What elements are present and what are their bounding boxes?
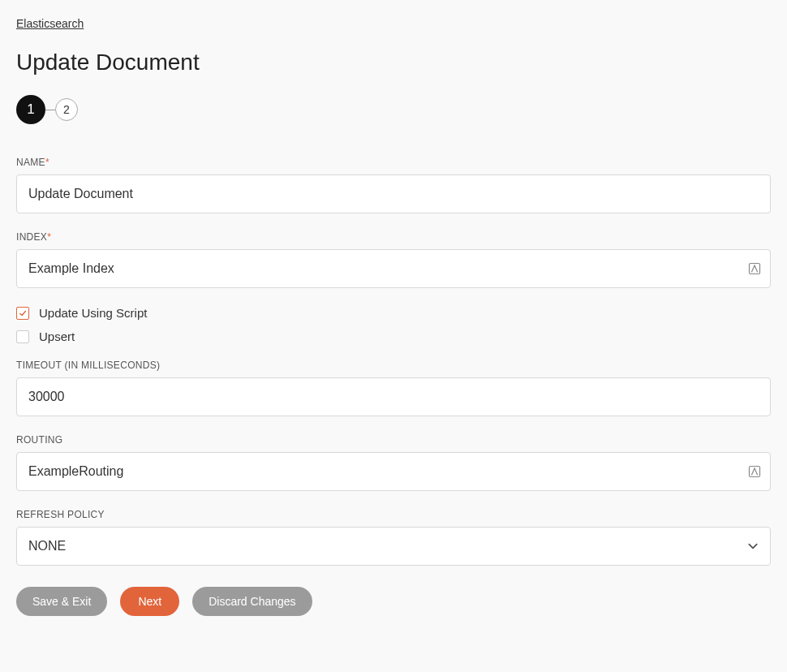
chevron-down-icon [747, 541, 759, 552]
step-1[interactable]: 1 [16, 95, 45, 124]
required-asterisk: * [47, 231, 51, 243]
routing-label: ROUTING [16, 434, 771, 446]
update-using-script-label: Update Using Script [39, 306, 147, 320]
required-asterisk: * [45, 157, 49, 168]
page-title: Update Document [16, 50, 771, 75]
update-using-script-checkbox[interactable]: Update Using Script [16, 306, 771, 320]
step-connector [45, 110, 55, 110]
save-exit-button[interactable]: Save & Exit [16, 587, 107, 616]
refresh-policy-label: REFRESH POLICY [16, 509, 771, 520]
check-icon [19, 309, 27, 317]
upsert-label: Upsert [39, 330, 75, 343]
refresh-policy-value: NONE [28, 539, 66, 554]
index-input[interactable] [16, 249, 771, 288]
index-label: INDEX* [16, 231, 771, 243]
step-2[interactable]: 2 [55, 98, 78, 121]
routing-input[interactable] [16, 452, 771, 491]
next-button[interactable]: Next [120, 587, 179, 616]
name-input[interactable] [16, 174, 771, 213]
name-label: NAME* [16, 157, 771, 168]
stepper: 1 2 [16, 95, 771, 124]
refresh-policy-select[interactable]: NONE [16, 527, 771, 566]
breadcrumb-elasticsearch[interactable]: Elasticsearch [16, 17, 84, 30]
upsert-checkbox[interactable]: Upsert [16, 330, 771, 343]
timeout-label: TIMEOUT (IN MILLISECONDS) [16, 360, 771, 371]
discard-changes-button[interactable]: Discard Changes [192, 587, 312, 616]
timeout-input[interactable] [16, 377, 771, 416]
